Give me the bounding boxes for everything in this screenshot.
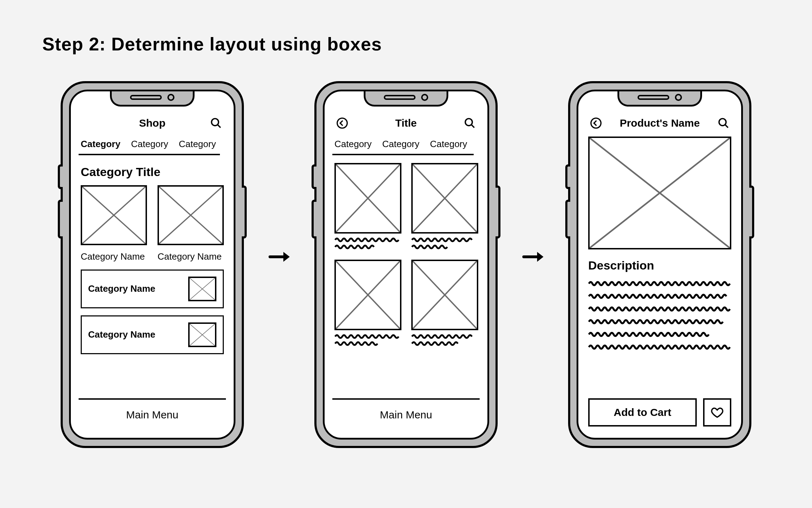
- search-icon[interactable]: [716, 115, 731, 131]
- main-menu-button[interactable]: Main Menu: [79, 398, 226, 430]
- image-placeholder: [334, 163, 401, 234]
- placeholder-text: [334, 334, 401, 349]
- page-title: Step 2: Determine layout using boxes: [42, 34, 382, 55]
- phone-notch: [617, 90, 702, 107]
- svg-line-1: [217, 125, 221, 128]
- category-list-item[interactable]: Category Name: [81, 270, 224, 308]
- main-menu-button[interactable]: Main Menu: [332, 398, 480, 430]
- header-title: Title: [350, 117, 462, 129]
- category-card[interactable]: Category Name: [81, 185, 147, 262]
- description-placeholder-text: [588, 279, 731, 362]
- favorite-button[interactable]: [703, 398, 731, 427]
- svg-marker-24: [537, 252, 543, 262]
- image-placeholder: [411, 163, 478, 234]
- product-card[interactable]: [411, 260, 478, 349]
- phone-notch: [364, 90, 448, 107]
- tab-category[interactable]: Category: [81, 139, 121, 150]
- placeholder-text: [411, 334, 478, 349]
- add-to-cart-button[interactable]: Add to Cart: [588, 398, 697, 427]
- category-tabs: Category Category Category: [332, 134, 474, 155]
- category-list-item[interactable]: Category Name: [81, 315, 224, 354]
- list-item-label: Category Name: [88, 329, 155, 340]
- header-title: Product's Name: [604, 117, 716, 129]
- image-placeholder: [158, 185, 224, 245]
- svg-point-26: [719, 119, 726, 126]
- back-icon[interactable]: [588, 115, 604, 131]
- svg-marker-11: [283, 252, 290, 262]
- header-title: Shop: [96, 117, 208, 129]
- placeholder-text: [334, 237, 401, 252]
- image-placeholder: [334, 260, 401, 330]
- search-icon[interactable]: [208, 115, 224, 131]
- heart-icon: [711, 406, 724, 419]
- image-placeholder: [411, 260, 478, 330]
- svg-point-25: [591, 118, 601, 128]
- card-label: Category Name: [158, 251, 224, 262]
- phone-frame-listing: Title Category Category Category: [314, 81, 498, 448]
- category-card[interactable]: Category Name: [158, 185, 224, 262]
- tab-category[interactable]: Category: [179, 139, 216, 150]
- product-image-placeholder: [588, 137, 731, 249]
- arrow-right-icon: [269, 250, 290, 265]
- placeholder-text: [411, 237, 478, 252]
- arrow-right-icon: [522, 250, 543, 265]
- product-card[interactable]: [334, 163, 401, 252]
- svg-point-13: [465, 119, 472, 126]
- product-card[interactable]: [334, 260, 401, 349]
- list-item-label: Category Name: [88, 283, 155, 294]
- image-placeholder: [81, 185, 147, 245]
- tab-category[interactable]: Category: [382, 139, 420, 150]
- svg-line-27: [725, 125, 728, 128]
- search-icon[interactable]: [462, 115, 478, 131]
- tab-category[interactable]: Category: [334, 139, 372, 150]
- svg-line-14: [471, 125, 474, 128]
- description-heading: Description: [588, 259, 731, 272]
- product-card[interactable]: [411, 163, 478, 252]
- phone-frame-product: Product's Name Description: [568, 81, 751, 448]
- image-placeholder: [188, 322, 216, 347]
- category-tabs: Category Category Category: [79, 134, 220, 155]
- section-title: Category Title: [81, 165, 224, 179]
- phone-notch: [110, 90, 195, 107]
- svg-point-12: [337, 118, 347, 128]
- back-icon[interactable]: [334, 115, 350, 131]
- tab-category[interactable]: Category: [430, 139, 467, 150]
- svg-point-0: [211, 119, 219, 126]
- card-label: Category Name: [81, 251, 147, 262]
- phone-frame-shop: Shop Category Category Category Category…: [61, 81, 244, 448]
- image-placeholder: [188, 277, 216, 301]
- tab-category[interactable]: Category: [131, 139, 168, 150]
